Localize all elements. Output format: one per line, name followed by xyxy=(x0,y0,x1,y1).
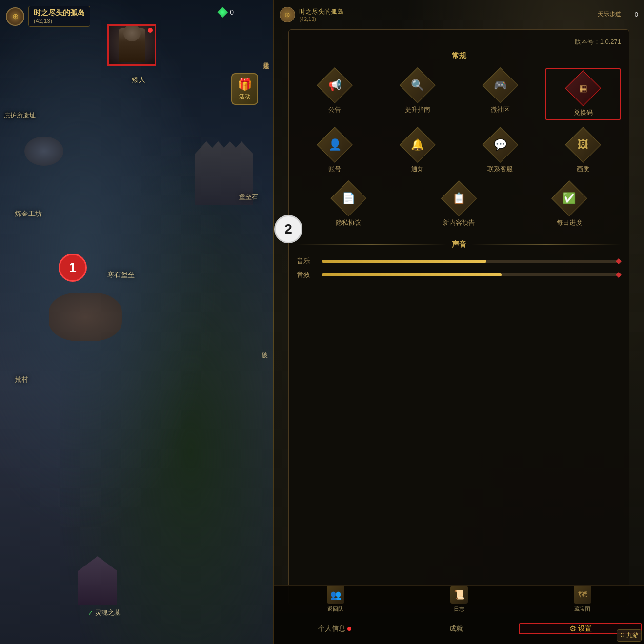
bottom-navigation: 👥 返回队 📜 日志 🗺 藏宝图 xyxy=(274,585,644,613)
music-slider-thumb xyxy=(616,258,622,264)
terrain-rock xyxy=(24,137,63,166)
shelter-ruins-label: 庇护所遗址 xyxy=(4,111,36,120)
jiuyou-watermark: G 九游 xyxy=(617,629,642,642)
settings-item-privacy[interactable]: 📄 隐私协议 xyxy=(297,181,400,227)
privacy-icon: 📄 xyxy=(342,192,355,205)
sfx-slider-track[interactable] xyxy=(322,273,621,276)
settings-item-redeem[interactable]: ▦ 兑换码 xyxy=(545,68,621,120)
gem-icon xyxy=(217,7,228,18)
quality-icon-diamond: 🖼 xyxy=(566,128,600,162)
settings-item-account[interactable]: 👤 账号 xyxy=(297,128,373,174)
character-avatar xyxy=(109,26,155,64)
right-topbar: ⊕ 时之尽头的孤岛 (42,13) 天际步道 0 xyxy=(274,0,644,29)
map-nav-label: 藏宝图 xyxy=(574,605,590,613)
community-label: 微社区 xyxy=(491,105,510,114)
activity-button[interactable]: 🎁 活动 xyxy=(231,73,258,105)
step-2-circle: 2 xyxy=(274,215,302,243)
soul-tomb-label: ✓ 灵魂之墓 xyxy=(88,608,121,617)
bottom-nav-map[interactable]: 🗺 藏宝图 xyxy=(521,583,644,616)
redeem-label: 兑换码 xyxy=(574,108,593,117)
map-header: ⊕ 时之尽头的孤岛 (42,13) xyxy=(6,6,90,27)
community-icon: 🎮 xyxy=(494,79,507,92)
compass-icon: ⊕ xyxy=(6,7,24,26)
sfx-slider-fill xyxy=(322,273,502,276)
settings-tab-icon: ⚙ xyxy=(569,624,576,633)
music-label: 音乐 xyxy=(297,257,316,266)
redeem-icon: ▦ xyxy=(579,83,587,94)
sound-section-title: 声音 xyxy=(452,240,466,249)
settings-grid-row2: 👤 账号 🔔 通知 💬 联系客服 xyxy=(297,128,621,174)
settings-item-notify[interactable]: 🔔 通知 xyxy=(380,128,456,174)
map-nav-icon: 🗺 xyxy=(574,586,591,604)
right-map-title: 时之尽头的孤岛 (42,13) xyxy=(299,7,343,22)
right-map-coords: (42,13) xyxy=(299,16,343,22)
preview-icon-diamond: 📋 xyxy=(442,181,476,215)
settings-item-quality[interactable]: 🖼 画质 xyxy=(545,128,621,174)
music-slider-row: 音乐 xyxy=(297,257,621,266)
sound-section-divider: 声音 xyxy=(297,240,621,249)
notify-label: 通知 xyxy=(411,165,424,174)
right-panel: ⊕ 时之尽头的孤岛 (42,13) 天际步道 0 版本号：1.0.271 常规 … xyxy=(274,0,644,644)
daily-icon-diamond: ✅ xyxy=(552,181,586,215)
settings-item-daily[interactable]: ✅ 每日进度 xyxy=(518,181,621,227)
right-skyway-label: 天际步道 xyxy=(598,10,621,19)
divider-right xyxy=(471,244,621,245)
settings-item-guide[interactable]: 🔍 提升指南 xyxy=(380,68,456,120)
support-icon: 💬 xyxy=(494,138,507,151)
footer-tab-profile[interactable]: 个人信息 xyxy=(274,624,395,633)
character-avatar-box[interactable] xyxy=(107,24,156,66)
bottom-nav-log[interactable]: 📜 日志 xyxy=(397,583,521,616)
profile-notification-dot xyxy=(347,627,351,631)
music-slider-track[interactable] xyxy=(322,260,621,263)
footer-tab-achievements[interactable]: 成就 xyxy=(395,624,517,633)
dwarf-label: 矮人 xyxy=(132,76,145,84)
guide-label: 提升指南 xyxy=(405,105,430,114)
settings-item-announcement[interactable]: 📢 公告 xyxy=(297,68,373,120)
right-map-name: 时之尽头的孤岛 xyxy=(299,7,343,16)
watermark-text: G 九游 xyxy=(620,632,638,639)
left-panel: ⊕ 时之尽头的孤岛 (42,13) 0 天际步道人口 矮人 🎁 活动 庇护所遗址… xyxy=(0,0,273,644)
settings-item-community[interactable]: 🎮 微社区 xyxy=(463,68,539,120)
activity-label: 活动 xyxy=(239,93,251,101)
team-nav-label: 返回队 xyxy=(327,605,343,613)
account-icon-diamond: 👤 xyxy=(318,128,352,162)
daily-icon: ✅ xyxy=(563,192,576,205)
map-title-text: 时之尽头的孤岛 xyxy=(34,8,85,18)
check-icon: ✓ xyxy=(88,609,93,617)
broken-label: 破 xyxy=(262,351,268,360)
support-icon-diamond: 💬 xyxy=(483,128,517,162)
right-currency-value: 0 xyxy=(635,11,638,18)
guide-icon-diamond: 🔍 xyxy=(401,68,435,102)
settings-tab-label: 设置 xyxy=(578,624,592,633)
gift-icon: 🎁 xyxy=(238,78,252,91)
currency-value: 0 xyxy=(230,8,234,16)
divider-right xyxy=(471,56,621,56)
terrain-ruins xyxy=(49,293,122,341)
achievements-tab-label: 成就 xyxy=(449,624,463,633)
profile-tab-label: 个人信息 xyxy=(318,624,345,633)
preview-label: 新内容预告 xyxy=(443,218,475,227)
version-text: 版本号：1.0.271 xyxy=(297,38,621,46)
settings-item-support[interactable]: 💬 联系客服 xyxy=(463,128,539,174)
general-section-title: 常规 xyxy=(452,51,466,60)
account-label: 账号 xyxy=(328,165,341,174)
privacy-icon-diamond: 📄 xyxy=(331,181,365,215)
right-compass-icon: ⊕ xyxy=(280,7,295,22)
settings-panel: 版本号：1.0.271 常规 📢 公告 xyxy=(288,29,629,605)
privacy-label: 隐私协议 xyxy=(336,218,361,227)
settings-item-preview[interactable]: 📋 新内容预告 xyxy=(407,181,510,227)
guide-icon: 🔍 xyxy=(411,79,424,92)
quality-icon: 🖼 xyxy=(578,138,588,151)
announcement-label: 公告 xyxy=(328,105,341,114)
settings-grid-row3: 📄 隐私协议 📋 新内容预告 ✅ 每日进度 xyxy=(297,181,621,227)
footer-tabs: 个人信息 成就 ⚙ 设置 xyxy=(274,613,644,644)
notify-icon-diamond: 🔔 xyxy=(401,128,435,162)
general-section-divider: 常规 xyxy=(297,51,621,60)
quality-label: 画质 xyxy=(577,165,589,174)
daily-label: 每日进度 xyxy=(557,218,582,227)
music-slider-fill xyxy=(322,260,486,263)
fortress-label: 堡垒石 xyxy=(239,193,258,201)
map-title-block: 时之尽头的孤岛 (42,13) xyxy=(28,6,90,27)
team-nav-icon: 👥 xyxy=(327,586,344,604)
bottom-nav-team[interactable]: 👥 返回队 xyxy=(274,583,397,616)
